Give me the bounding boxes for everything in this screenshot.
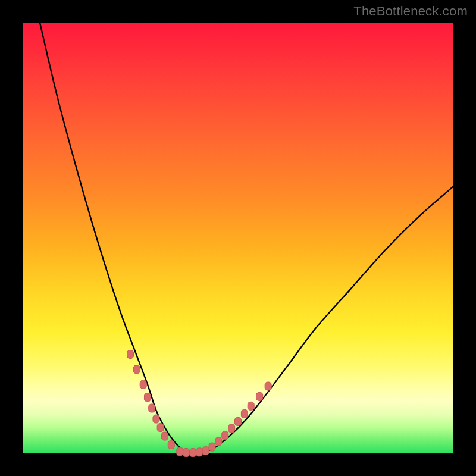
curve-marker — [144, 393, 151, 402]
watermark-text: TheBottleneck.com — [353, 4, 468, 19]
curve-marker — [256, 392, 263, 400]
plot-area — [23, 23, 453, 453]
curve-marker — [161, 432, 168, 440]
curve-marker — [149, 404, 155, 412]
curve-marker — [265, 382, 271, 390]
curve-marker — [183, 449, 190, 457]
chart-frame: TheBottleneck.com — [0, 0, 476, 476]
curve-marker — [189, 449, 196, 457]
curve-marker — [133, 365, 140, 374]
curve-marker — [202, 447, 209, 455]
curve-marker — [157, 424, 164, 432]
curve-marker — [209, 443, 215, 451]
curve-marker — [153, 415, 159, 423]
curve-marker — [196, 448, 202, 456]
curve-marker — [241, 409, 248, 418]
curve-marker — [248, 402, 254, 410]
chart-svg — [23, 23, 453, 453]
curve-marker — [228, 424, 235, 433]
curve-marker — [168, 441, 174, 449]
curve-marker — [140, 380, 146, 389]
curve-marker — [177, 447, 183, 456]
bottleneck-curve — [40, 23, 453, 453]
curve-marker — [127, 350, 134, 358]
curve-marker — [222, 431, 228, 440]
marker-group — [127, 350, 272, 456]
curve-marker — [235, 417, 242, 425]
curve-marker — [215, 437, 222, 446]
